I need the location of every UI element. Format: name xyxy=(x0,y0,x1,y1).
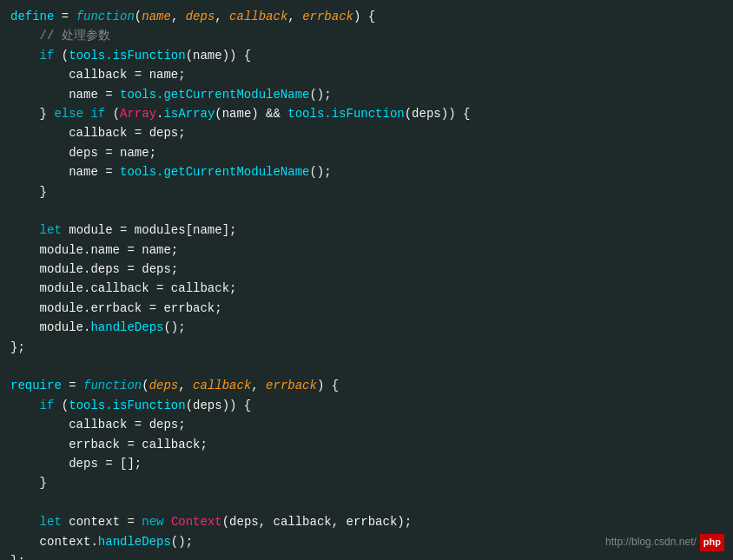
code-line-8: deps = name; xyxy=(10,143,723,162)
code-line-4: callback = name; xyxy=(10,65,723,84)
code-line-9: name = tools.getCurrentModuleName(); xyxy=(10,162,723,181)
code-line-6: } else if (Array.isArray(name) && tools.… xyxy=(10,104,723,123)
code-line-18: }; xyxy=(10,338,723,357)
code-line-17: module.handleDeps(); xyxy=(10,318,723,337)
code-line-29: }; xyxy=(10,551,723,560)
code-line-14: module.deps = deps; xyxy=(10,260,723,279)
code-line-13: module.name = name; xyxy=(10,240,723,260)
code-line-16: module.errback = errback; xyxy=(10,299,723,318)
code-line-20: require = function(deps, callback, errba… xyxy=(10,376,723,395)
code-line-3: if (tools.isFunction(name)) { xyxy=(10,46,723,65)
code-line-7: callback = deps; xyxy=(10,123,723,142)
code-line-27: let context = new Context(deps, callback… xyxy=(10,512,723,531)
code-line-24: deps = []; xyxy=(10,454,723,473)
code-line-25: } xyxy=(10,473,723,492)
code-line-23: errback = callback; xyxy=(10,435,723,454)
code-line-26 xyxy=(10,493,723,512)
code-line-11 xyxy=(10,201,723,221)
code-line-15: module.callback = callback; xyxy=(10,279,723,298)
watermark: http://blog.csdn.net/php xyxy=(605,534,724,551)
code-editor: define = function(name, deps, callback, … xyxy=(0,0,733,560)
code-line-5: name = tools.getCurrentModuleName(); xyxy=(10,85,723,104)
code-line-19 xyxy=(10,357,723,376)
code-line-22: callback = deps; xyxy=(10,415,723,434)
code-line-10: } xyxy=(10,182,723,201)
code-line-1: define = function(name, deps, callback, … xyxy=(10,7,723,26)
watermark-url: http://blog.csdn.net/ xyxy=(605,536,697,548)
php-badge: php xyxy=(700,534,724,551)
code-line-2: // 处理参数 xyxy=(10,26,723,45)
code-line-21: if (tools.isFunction(deps)) { xyxy=(10,396,723,415)
code-line-12: let module = modules[name]; xyxy=(10,221,723,240)
